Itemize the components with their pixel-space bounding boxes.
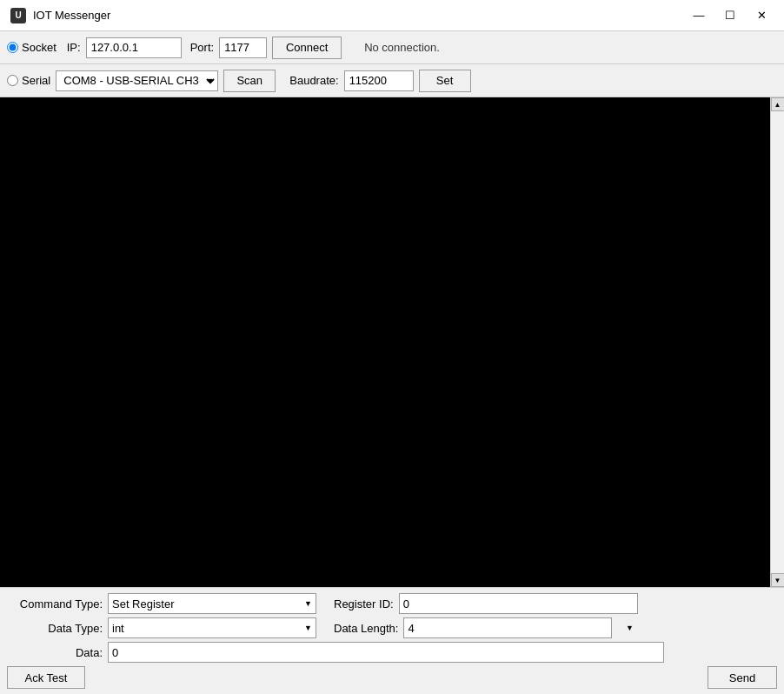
window-title: IOT Messenger <box>33 9 687 22</box>
scroll-up[interactable]: ▲ <box>771 97 785 111</box>
main-content: Socket IP: Port: Connect No connection. … <box>0 31 784 694</box>
command-type-label: Command Type: <box>7 597 103 611</box>
set-button[interactable]: Set <box>419 70 471 92</box>
ack-test-button[interactable]: Ack Test <box>7 666 85 689</box>
window-controls: — ☐ ✕ <box>687 7 774 24</box>
data-length-wrapper: 4 <box>403 617 638 638</box>
ip-input[interactable] <box>86 37 182 58</box>
serial-radio[interactable] <box>7 75 18 86</box>
register-id-input[interactable] <box>399 593 638 614</box>
serial-label: Serial <box>22 74 50 87</box>
command-type-row: Command Type: Set Register Register ID: <box>7 593 777 614</box>
data-type-label: Data Type: <box>7 622 103 635</box>
com-port-wrapper: COM8 - USB-SERIAL CH3 <box>56 70 218 91</box>
data-type-wrapper: int <box>108 617 316 638</box>
scrollbar: ▲ ▼ <box>770 97 784 587</box>
serial-radio-label[interactable]: Serial <box>7 74 50 87</box>
baudrate-label: Baudrate: <box>289 74 338 87</box>
socket-toolbar: Socket IP: Port: Connect No connection. <box>0 31 784 64</box>
data-type-select[interactable]: int <box>108 617 316 638</box>
scan-button[interactable]: Scan <box>223 70 276 92</box>
com-port-select[interactable]: COM8 - USB-SERIAL CH3 <box>56 70 218 91</box>
command-type-wrapper: Set Register <box>108 593 316 614</box>
send-button[interactable]: Send <box>708 666 777 689</box>
socket-radio-label[interactable]: Socket <box>7 41 56 54</box>
data-length-select[interactable]: 4 <box>403 617 612 638</box>
title-bar: U IOT Messenger — ☐ ✕ <box>0 0 784 31</box>
action-row: Ack Test Send <box>7 666 777 689</box>
baudrate-input[interactable] <box>344 70 414 91</box>
data-row: Data: <box>7 642 777 663</box>
scroll-down[interactable]: ▼ <box>771 573 785 587</box>
data-label: Data: <box>7 646 103 659</box>
minimize-button[interactable]: — <box>687 7 711 24</box>
port-label: Port: <box>190 41 214 54</box>
ip-label: IP: <box>67 41 81 54</box>
data-length-label: Data Length: <box>334 622 398 635</box>
socket-label: Socket <box>22 41 56 54</box>
serial-toolbar: Serial COM8 - USB-SERIAL CH3 Scan Baudra… <box>0 64 784 97</box>
data-input[interactable] <box>108 642 664 663</box>
message-area <box>0 97 770 587</box>
connection-status: No connection. <box>364 41 440 54</box>
data-type-row: Data Type: int Data Length: 4 <box>7 617 777 638</box>
port-input[interactable] <box>219 37 267 58</box>
bottom-panel: Command Type: Set Register Register ID: … <box>0 587 784 694</box>
message-area-container: ▲ ▼ <box>0 97 784 587</box>
maximize-button[interactable]: ☐ <box>718 7 742 24</box>
socket-radio[interactable] <box>7 42 18 53</box>
connect-button[interactable]: Connect <box>272 37 342 59</box>
register-id-section: Register ID: <box>334 593 638 614</box>
data-length-section: Data Length: 4 <box>334 617 638 638</box>
register-id-label: Register ID: <box>334 597 394 611</box>
app-icon: U <box>10 8 26 23</box>
close-button[interactable]: ✕ <box>749 7 774 24</box>
command-type-select[interactable]: Set Register <box>108 593 316 614</box>
